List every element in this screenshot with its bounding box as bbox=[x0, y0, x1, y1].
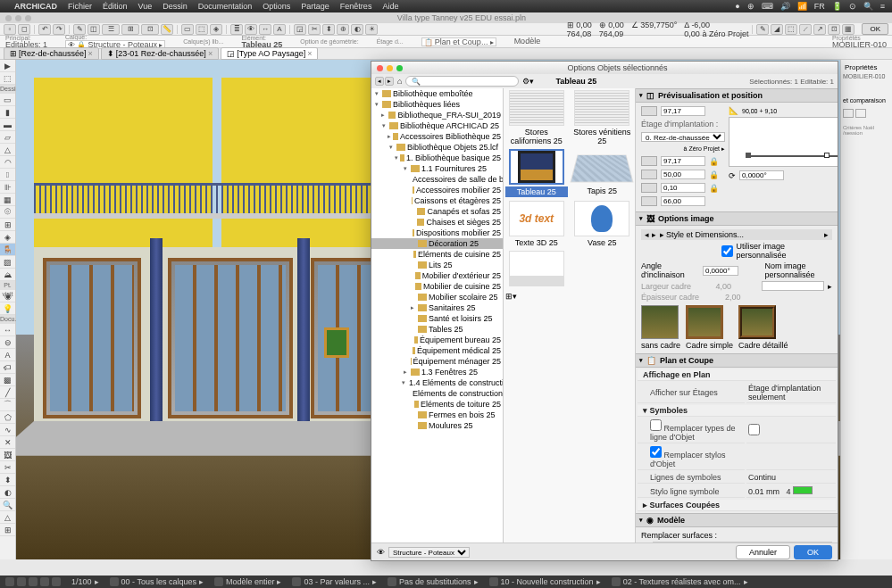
tree-item[interactable]: ▾Bibliothèques liées bbox=[371, 99, 503, 110]
menu-partage[interactable]: Partage bbox=[301, 2, 329, 11]
preview-section-icon[interactable]: ◫ bbox=[646, 91, 654, 100]
tree-item[interactable]: Décoration 25 bbox=[371, 238, 503, 249]
render-icon[interactable]: ☀ bbox=[365, 24, 378, 35]
tree-item[interactable]: ▾1.1 Fournitures 25 bbox=[371, 163, 503, 174]
tree-item[interactable]: Accessoires de salle de bains 25 bbox=[371, 174, 503, 185]
tree-item[interactable]: Eléments de cuisine 25 bbox=[371, 249, 503, 260]
tree-item[interactable]: Eléments de construction 25 bbox=[371, 388, 503, 399]
ok-button[interactable]: OK bbox=[794, 545, 832, 559]
spline-tool-icon[interactable]: ∿ bbox=[0, 424, 15, 436]
tree-item[interactable]: ▾Bibliothèque emboîtée bbox=[371, 88, 503, 99]
tree-item[interactable]: Dispositions mobilier 25 bbox=[371, 228, 503, 238]
pen-color-swatch[interactable] bbox=[793, 486, 813, 494]
skylight-tool-icon[interactable]: ◈ bbox=[0, 231, 15, 244]
section-icon[interactable]: ✂ bbox=[308, 24, 321, 35]
grid-tool-icon[interactable]: ⊞ bbox=[0, 524, 15, 536]
work-icon[interactable]: ◐ bbox=[351, 24, 363, 35]
text-tool-icon[interactable]: A bbox=[0, 349, 15, 361]
tree-item[interactable]: Moulures 25 bbox=[371, 420, 503, 431]
plan-section-icon[interactable]: 📋 bbox=[646, 356, 656, 365]
surface-select[interactable]: Peinture - Ocre jaune bbox=[653, 542, 832, 542]
frame-detailed[interactable]: Cadre détaillé bbox=[738, 305, 788, 350]
width-input[interactable] bbox=[661, 106, 705, 116]
tree-item[interactable]: Mobilier d'extérieur 25 bbox=[371, 270, 503, 281]
zone-tool-icon[interactable]: ▨ bbox=[0, 256, 15, 269]
figure-tool-icon[interactable]: 🖼 bbox=[0, 449, 15, 461]
nav-icon[interactable] bbox=[5, 577, 14, 586]
nav-back-icon[interactable]: ◂ bbox=[375, 77, 384, 86]
marquee-tool-icon[interactable]: ⬚ bbox=[0, 72, 15, 85]
preview-3d[interactable] bbox=[729, 117, 838, 167]
tree-item[interactable]: Caissons et étagères 25 bbox=[371, 195, 503, 206]
door-tool-icon[interactable]: ⦾ bbox=[0, 206, 15, 219]
edit3-icon[interactable]: ⬚ bbox=[785, 24, 797, 35]
globe-icon[interactable]: ⊕ bbox=[747, 2, 754, 11]
edit2-icon[interactable]: ◢ bbox=[771, 24, 783, 35]
minimize-icon[interactable] bbox=[387, 65, 393, 71]
library-search-input[interactable] bbox=[405, 76, 519, 87]
footer-layer-select[interactable]: Structure - Poteaux bbox=[388, 547, 470, 558]
slab-tool-icon[interactable]: ▱ bbox=[0, 131, 15, 144]
section-tool-icon[interactable]: ✂ bbox=[0, 461, 15, 474]
marquee-icon[interactable]: ⬚ bbox=[196, 24, 208, 35]
lamp-tool-icon[interactable]: 💡 bbox=[0, 302, 15, 315]
layer-icon[interactable]: ≣ bbox=[230, 24, 243, 35]
preview-item[interactable]: 3d textTexte 3D 25 bbox=[505, 201, 568, 247]
tree-item[interactable]: ▾Bibliothèque ARCHICAD 25 bbox=[371, 120, 503, 131]
frame-simple[interactable]: Cadre simple bbox=[686, 305, 733, 350]
tree-item[interactable]: Mobilier de cuisine 25 bbox=[371, 281, 503, 292]
tree-item[interactable]: Chaises et sièges 25 bbox=[371, 217, 503, 228]
preview-item[interactable]: Tableau 25 bbox=[505, 149, 568, 197]
tilt-input[interactable] bbox=[703, 266, 738, 276]
cancel-button[interactable]: Annuler bbox=[736, 545, 790, 559]
volume-icon[interactable]: 🔊 bbox=[780, 2, 790, 11]
open-icon[interactable]: ◻ bbox=[18, 24, 30, 35]
edit4-icon[interactable]: ⟋ bbox=[799, 24, 812, 35]
layers-icon[interactable] bbox=[110, 577, 119, 586]
change-tool-icon[interactable]: △ bbox=[0, 511, 15, 524]
compare-icon[interactable] bbox=[843, 109, 854, 118]
edit6-icon[interactable]: ⊡ bbox=[828, 24, 840, 35]
wall-tool-icon[interactable]: ▭ bbox=[0, 94, 15, 106]
tab-3d[interactable]: ◲[Type AO Paysage]× bbox=[221, 47, 318, 60]
tree-item[interactable]: Équipement bureau 25 bbox=[371, 335, 503, 345]
select-icon[interactable]: ▭ bbox=[181, 24, 194, 35]
align-icon[interactable]: ☰ bbox=[102, 24, 120, 35]
menu-vue[interactable]: Vue bbox=[138, 2, 153, 11]
close-icon[interactable] bbox=[377, 65, 383, 71]
nav-fwd-icon[interactable]: ▸ bbox=[385, 77, 394, 86]
preview-item[interactable]: Tapis 25 bbox=[571, 149, 634, 197]
label-tool-icon[interactable]: 🏷 bbox=[0, 361, 15, 374]
plan-dropdown[interactable]: 📋 Plan et Coup... ▸ bbox=[421, 37, 496, 46]
preview-item[interactable]: Stores vénitiens 25 bbox=[571, 90, 634, 145]
edit1-icon[interactable]: ✎ bbox=[756, 24, 769, 35]
arc-tool-icon[interactable]: ⌒ bbox=[0, 399, 15, 411]
override-pens-checkbox[interactable] bbox=[650, 446, 662, 458]
redo-icon[interactable]: ↷ bbox=[53, 24, 65, 35]
tree-item[interactable]: ▸Bibliotheque_FRA-SUI_2019 bbox=[371, 110, 503, 120]
home-icon[interactable]: ⌂ bbox=[397, 77, 402, 86]
tree-item[interactable]: Santé et loisirs 25 bbox=[371, 313, 503, 324]
wall-icon[interactable]: ◫ bbox=[88, 24, 100, 35]
library-previews[interactable]: Stores californiens 25Stores vénitiens 2… bbox=[504, 88, 636, 542]
library-tree[interactable]: ▾Bibliothèque emboîtée▾Bibliothèques lié… bbox=[371, 88, 504, 542]
tree-item[interactable]: Canapés et sofas 25 bbox=[371, 206, 503, 217]
ruler-icon[interactable]: 📏 bbox=[161, 24, 173, 35]
menu-dessin[interactable]: Dessin bbox=[163, 2, 188, 11]
tree-item[interactable]: Mobilier scolaire 25 bbox=[371, 292, 503, 302]
tree-item[interactable]: ▾Bibliothèque Objets 25.lcf bbox=[371, 142, 503, 153]
menu-edition[interactable]: Édition bbox=[103, 2, 128, 11]
dim-icon[interactable]: ↔ bbox=[259, 24, 271, 35]
shell-tool-icon[interactable]: ◠ bbox=[0, 156, 15, 169]
tree-item[interactable]: Eléments de toiture 25 bbox=[371, 399, 503, 410]
menu-fichier[interactable]: Fichier bbox=[68, 2, 92, 11]
tree-item[interactable]: Équipement ménager 25 bbox=[371, 356, 503, 367]
tree-item[interactable]: Lits 25 bbox=[371, 260, 503, 270]
height-input[interactable] bbox=[661, 156, 705, 166]
line-tool-icon[interactable]: ╱ bbox=[0, 386, 15, 399]
dialog-titlebar[interactable]: Options Objets sélectionnés bbox=[371, 62, 838, 74]
custom-image-checkbox[interactable] bbox=[721, 245, 733, 257]
image-section-icon[interactable]: 🖼 bbox=[646, 214, 654, 223]
window-tool-icon[interactable]: ⊞ bbox=[0, 219, 15, 231]
snap-icon[interactable]: ⊞ bbox=[121, 24, 139, 35]
